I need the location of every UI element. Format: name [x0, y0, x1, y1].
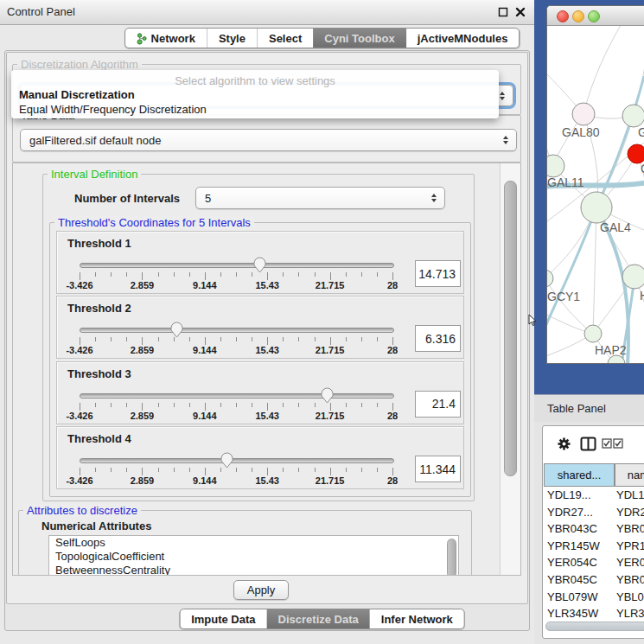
- checkbox-icon-1[interactable]: [602, 438, 612, 449]
- network-node-green[interactable]: [547, 270, 553, 287]
- network-edge[interactable]: [547, 207, 596, 339]
- table-row[interactable]: YBR045CYBR045C: [543, 571, 644, 589]
- network-node-green[interactable]: [547, 155, 564, 177]
- network-node-label: C: [641, 162, 644, 175]
- network-node-green[interactable]: [584, 325, 602, 342]
- number-of-intervals-combobox[interactable]: 5: [195, 187, 445, 209]
- network-node-red[interactable]: [628, 144, 644, 163]
- combo-arrows-icon: [431, 194, 437, 202]
- network-edge[interactable]: [583, 26, 623, 114]
- table-row[interactable]: YER054CYER054C: [543, 554, 644, 571]
- column-header-shared-name[interactable]: shared...: [544, 463, 615, 487]
- attribute-list-item[interactable]: BetweennessCentrality: [49, 564, 458, 576]
- slider-tick: [220, 468, 221, 472]
- threshold-value-field[interactable]: 6.316: [415, 325, 461, 352]
- popup-option-manual-discretization[interactable]: Manual Discretization: [19, 88, 135, 101]
- slider-tick: [111, 337, 112, 341]
- tab-impute-data[interactable]: Impute Data: [180, 609, 266, 628]
- network-node-green[interactable]: [622, 265, 644, 289]
- network-node-pink[interactable]: [572, 103, 595, 125]
- slider-scale-label: 21.715: [316, 475, 345, 486]
- network-node-green[interactable]: [581, 192, 612, 223]
- slider-tick: [361, 272, 362, 277]
- table-row[interactable]: YLR345WYLR345W: [543, 605, 644, 618]
- slider-track[interactable]: [80, 458, 394, 463]
- tab-discretize-data[interactable]: Discretize Data: [267, 609, 370, 628]
- slider-tick: [252, 337, 252, 341]
- column-header-name[interactable]: name: [615, 463, 644, 487]
- threshold-value-field[interactable]: 11.344: [415, 456, 461, 482]
- attributes-group-title: Attributes to discretize: [23, 504, 141, 517]
- slider-tick: [174, 337, 175, 341]
- slider-thumb[interactable]: [220, 452, 233, 469]
- settings-scrollbar-track[interactable]: [500, 163, 520, 575]
- cell-name: YBR045C: [616, 573, 644, 586]
- network-edge[interactable]: [593, 207, 596, 334]
- threshold-row-1: Threshold 1-3.4262.8599.14415.4321.71528…: [56, 231, 464, 294]
- slider-tick: [392, 272, 393, 280]
- slider-scale-label: 2.859: [131, 475, 155, 486]
- slider-scale-label: 28: [387, 411, 398, 421]
- numerical-attributes-label: Numerical Attributes: [41, 520, 151, 532]
- table-settings-gear-icon[interactable]: [557, 437, 571, 451]
- tab-cyni-toolbox[interactable]: Cyni Toolbox: [313, 29, 405, 48]
- slider-ticks: [80, 337, 393, 345]
- control-panel-tabs: Network Style Select Cyni Toolbox jActiv…: [124, 28, 520, 48]
- slider-tick: [205, 468, 206, 475]
- slider-tick: [361, 337, 362, 341]
- slider-tick: [330, 403, 331, 411]
- slider-thumb[interactable]: [170, 322, 183, 338]
- slider-tick: [126, 272, 127, 277]
- threshold-value-field[interactable]: 14.713: [415, 260, 461, 287]
- close-window-icon[interactable]: [557, 10, 569, 22]
- slider-scale-label: 15.43: [255, 345, 279, 355]
- split-columns-icon[interactable]: [580, 437, 596, 451]
- tab-network[interactable]: Network: [125, 29, 207, 48]
- settings-scrollbar-thumb[interactable]: [504, 181, 517, 476]
- network-node-label: GAL4: [600, 220, 631, 234]
- table-row[interactable]: YDL19...YDL19: [543, 487, 644, 504]
- tab-style[interactable]: Style: [207, 29, 257, 48]
- slider-track[interactable]: [80, 393, 394, 399]
- cell-shared-name: YDR27...: [547, 506, 593, 519]
- table-data-group: Table Data galFiltered.sif default node: [12, 115, 521, 163]
- threshold-label: Threshold 4: [67, 432, 131, 445]
- close-panel-icon[interactable]: [515, 7, 526, 17]
- slider-scale-label: 28: [387, 280, 398, 290]
- slider-tick: [205, 403, 206, 411]
- tab-infer-network[interactable]: Infer Network: [370, 609, 464, 628]
- slider-tick: [111, 468, 112, 472]
- slider-track[interactable]: [80, 328, 394, 333]
- float-panel-icon[interactable]: [498, 7, 508, 17]
- slider-tick: [142, 468, 143, 475]
- threshold-value-field[interactable]: 21.4: [415, 391, 461, 418]
- table-hscrollbar-thumb[interactable]: [545, 622, 644, 631]
- table-row[interactable]: YBR043CYBR043C: [543, 520, 644, 538]
- tab-jactivemnodules[interactable]: jActiveMNodules: [406, 29, 520, 48]
- slider-tick: [205, 337, 206, 345]
- network-canvas[interactable]: GAL80GACGAL11GAL4GCY1HHAP2: [547, 26, 644, 363]
- network-window-titlebar[interactable]: [547, 6, 644, 26]
- table-data-combobox[interactable]: galFiltered.sif default node: [20, 129, 517, 151]
- checkbox-icon-2[interactable]: [613, 438, 623, 449]
- slider-tick: [220, 403, 221, 407]
- attribute-list-item[interactable]: TopologicalCoefficient: [49, 550, 458, 564]
- apply-button[interactable]: Apply: [233, 580, 289, 600]
- slider-scale-label: 15.43: [255, 411, 279, 421]
- attribute-list-item[interactable]: SelfLoops: [49, 536, 458, 550]
- popup-option-equal-width-frequency[interactable]: Equal Width/Frequency Discretization: [19, 103, 207, 116]
- table-row[interactable]: YDR27...YDR27: [543, 504, 644, 521]
- table-row[interactable]: YPR145WYPR145W: [543, 538, 644, 555]
- network-node-green[interactable]: [622, 105, 644, 127]
- cell-shared-name: YLR345W: [547, 607, 598, 618]
- list-scrollbar-thumb[interactable]: [447, 539, 456, 576]
- slider-track[interactable]: [80, 263, 394, 268]
- minimize-window-icon[interactable]: [572, 10, 584, 22]
- table-row[interactable]: YBL079WYBL079W: [543, 589, 644, 606]
- numerical-attributes-list[interactable]: SelfLoopsTopologicalCoefficientBetweenne…: [48, 535, 459, 576]
- zoom-window-icon[interactable]: [588, 10, 600, 22]
- slider-thumb[interactable]: [253, 257, 266, 273]
- slider-scale-label: 2.859: [131, 280, 155, 290]
- slider-thumb[interactable]: [321, 387, 334, 404]
- tab-select[interactable]: Select: [257, 29, 313, 48]
